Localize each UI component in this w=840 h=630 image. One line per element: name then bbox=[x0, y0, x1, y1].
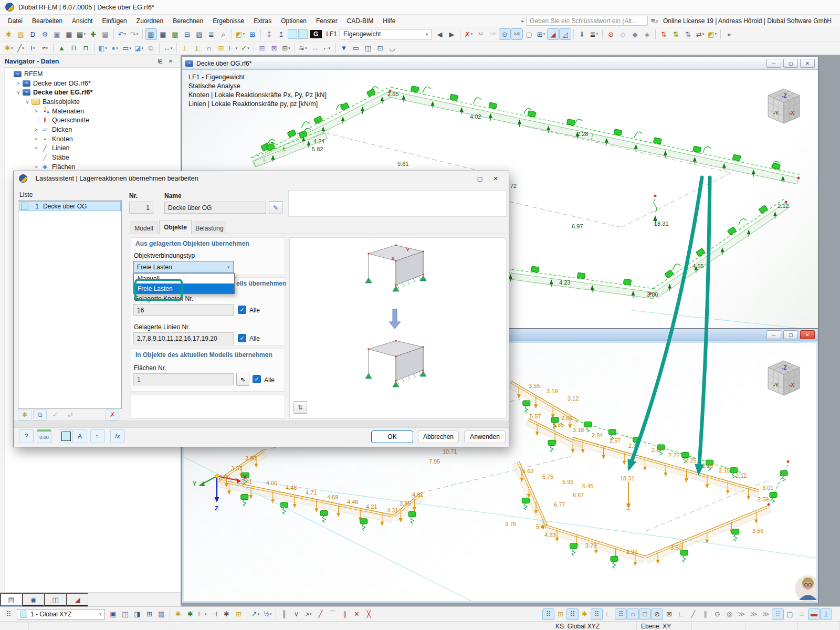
save-results[interactable]: ⇓ bbox=[576, 28, 588, 40]
visual-style[interactable]: ◩▾ bbox=[234, 28, 246, 40]
window1-restore-button[interactable]: ▢ bbox=[783, 59, 798, 68]
snap-tangent[interactable]: ⊖ bbox=[711, 608, 723, 620]
snap-third[interactable]: ≫ bbox=[748, 608, 760, 620]
grid-on[interactable]: ⠿ bbox=[542, 608, 554, 620]
window2-close-button[interactable]: ✕ bbox=[800, 330, 815, 339]
tree-item-dicken[interactable]: >▱Dicken bbox=[5, 125, 180, 134]
window1-close-button[interactable]: ✕ bbox=[800, 59, 815, 68]
render-box-edit[interactable]: ◆ bbox=[629, 28, 641, 40]
filter-funnel[interactable]: ▼ bbox=[338, 43, 350, 54]
tree-item-linien[interactable]: >╱Linien bbox=[5, 144, 180, 153]
dropdown-option-manuell[interactable]: Manuell bbox=[134, 274, 234, 284]
visibility[interactable]: ◡ bbox=[386, 43, 398, 54]
menu-ansicht[interactable]: Ansicht bbox=[67, 16, 97, 26]
load-combination-toggle-2[interactable] bbox=[298, 29, 308, 39]
snap-mid[interactable]: ≫ bbox=[736, 608, 748, 620]
window1-minimize-button[interactable]: ─ bbox=[766, 59, 781, 68]
tree-item-materialien[interactable]: >●Materialien bbox=[5, 107, 180, 116]
new-item[interactable]: ✚ bbox=[87, 28, 99, 40]
copy-object[interactable]: ⧉ bbox=[145, 43, 157, 54]
objektverbindungstyp-combobox[interactable]: Freie Lasten ∨ bbox=[133, 261, 234, 273]
dimension[interactable]: ↔▾ bbox=[162, 43, 174, 54]
values-small[interactable]: ˣ·ˣ bbox=[475, 28, 487, 40]
snap-line[interactable]: ╱ bbox=[314, 608, 327, 620]
window-save[interactable]: ▦ bbox=[155, 608, 167, 620]
guide-star-1[interactable]: ✱ bbox=[172, 608, 184, 620]
surface-support[interactable]: ⊞ bbox=[215, 43, 227, 54]
snap-perp[interactable]: ∟ bbox=[675, 608, 687, 620]
search-icon[interactable]: ≡⌕ bbox=[651, 17, 659, 25]
snap-quarter[interactable]: ≫ bbox=[760, 608, 772, 620]
navigator-pin-icon[interactable]: ⎘ bbox=[155, 57, 165, 66]
rfem-info-button[interactable]: ≈ bbox=[90, 429, 105, 443]
nav-tab-results[interactable]: ◢ bbox=[66, 593, 88, 606]
new-member[interactable]: ▲ bbox=[56, 43, 68, 54]
line-support[interactable]: ⊥ bbox=[191, 43, 203, 54]
panel-console[interactable]: ⊟ bbox=[181, 28, 193, 40]
snap-skew[interactable]: ╳ bbox=[363, 608, 375, 620]
tab-objekte[interactable]: Objekte bbox=[159, 220, 192, 234]
menu-cad-bim[interactable]: CAD-BIM bbox=[342, 16, 379, 26]
dimension-lines[interactable]: ↔ bbox=[309, 43, 321, 54]
nav-tab-views[interactable]: ◉ bbox=[22, 593, 44, 606]
menu-optionen[interactable]: Optionen bbox=[276, 16, 311, 26]
render-settings[interactable]: ⠿ bbox=[3, 608, 15, 620]
tree-item-fl-chen[interactable]: >◆Flächen bbox=[5, 162, 180, 172]
tree-item-rfem[interactable]: ≈RFEM bbox=[5, 69, 180, 79]
alle-flaechen-checkbox[interactable]: ✓ bbox=[253, 375, 261, 383]
panel-tables[interactable]: ▦ bbox=[157, 28, 169, 40]
panel-sc[interactable]: ▧ bbox=[193, 28, 205, 40]
coordinate-system-combobox[interactable]: 1 - Global XYZ ∨ bbox=[17, 609, 105, 620]
rename-button[interactable]: ✎ bbox=[269, 201, 282, 214]
snap-parallel2[interactable]: ∥ bbox=[699, 608, 711, 620]
move-y[interactable]: ⇅ bbox=[670, 28, 682, 40]
tree-expander-icon[interactable]: > bbox=[32, 136, 40, 142]
find[interactable]: ⌕ bbox=[217, 28, 229, 40]
tree-expander-icon[interactable]: > bbox=[32, 164, 40, 170]
section[interactable]: ⊡ bbox=[374, 43, 386, 54]
tree-item-basisobjekte[interactable]: ∨Basisobjekte bbox=[5, 97, 180, 107]
lc-next[interactable]: ▶ bbox=[446, 28, 458, 40]
window1-title-bar[interactable]: ≈ Decke über OG.rf6* ─ ▢ ✕ bbox=[182, 57, 818, 70]
display-settings-button[interactable]: A bbox=[72, 429, 87, 443]
help-button[interactable]: ? bbox=[19, 429, 34, 443]
tree-item-querschnitte[interactable]: ⅠQuerschnitte bbox=[5, 116, 180, 125]
guide-star-3[interactable]: ✱ bbox=[220, 608, 233, 620]
new-opening[interactable]: ▭▾ bbox=[121, 43, 133, 54]
edit-stamp[interactable]: ▣ bbox=[51, 28, 63, 40]
tab-belastung[interactable]: Belastung bbox=[193, 222, 226, 234]
tree-item-decke-ber-eg-rf6-[interactable]: ∨≈Decke über EG.rf6* bbox=[5, 88, 180, 97]
select-dots[interactable]: ⠿ bbox=[772, 608, 784, 620]
tab-modell[interactable]: Modell bbox=[130, 222, 158, 234]
nav-tab-camera[interactable]: ◫ bbox=[44, 593, 66, 606]
navigator-close-icon[interactable]: ✕ bbox=[165, 57, 176, 66]
guide-star-2[interactable]: ✱ bbox=[184, 608, 196, 620]
snap-grid[interactable]: ⠿ bbox=[615, 608, 627, 620]
new-cut[interactable]: ◪▾ bbox=[133, 43, 145, 54]
render-box-copy[interactable]: ◈ bbox=[641, 28, 653, 40]
menu-datei[interactable]: Datei bbox=[3, 16, 27, 26]
grid-settings[interactable]: ⊞ bbox=[554, 608, 566, 620]
tree-expander-icon[interactable]: > bbox=[32, 145, 40, 151]
cancel-button[interactable]: Abbrechen bbox=[418, 430, 459, 443]
new-window[interactable]: ▣ bbox=[107, 608, 119, 620]
snap-circle[interactable]: ⊘ bbox=[651, 608, 663, 620]
gelagerte-linien-field[interactable]: 2,7,8,9,10,11,12,16,17,19,20 bbox=[133, 332, 234, 344]
keyword-search-input[interactable] bbox=[526, 16, 648, 26]
alle-linien-checkbox[interactable]: ✓ bbox=[238, 334, 246, 342]
show-values-all[interactable]: ˣ·ˣˣ bbox=[511, 28, 523, 40]
grid-ortho[interactable]: ⠿ bbox=[566, 608, 579, 620]
insert-pin-2[interactable]: ↥ bbox=[275, 28, 287, 40]
expand-arrow-icon[interactable]: ▸ bbox=[522, 18, 524, 24]
panel-table-tools[interactable]: ▩ bbox=[169, 28, 181, 40]
list-copy[interactable]: ⧉ bbox=[33, 409, 47, 421]
undo[interactable]: ↶▾ bbox=[116, 28, 128, 40]
list-delete[interactable]: ✗ bbox=[106, 409, 119, 421]
new-structure[interactable]: ⊓ bbox=[80, 43, 92, 54]
lc-prev[interactable]: ◀ bbox=[434, 28, 446, 40]
color-scheme-button[interactable] bbox=[59, 429, 74, 443]
result-diagram[interactable]: ◢ bbox=[547, 28, 559, 40]
snap-cross[interactable]: ✕ bbox=[351, 608, 363, 620]
ortho-corner[interactable]: ∟ bbox=[603, 608, 615, 620]
window-grid[interactable]: ⊞ bbox=[143, 608, 155, 620]
